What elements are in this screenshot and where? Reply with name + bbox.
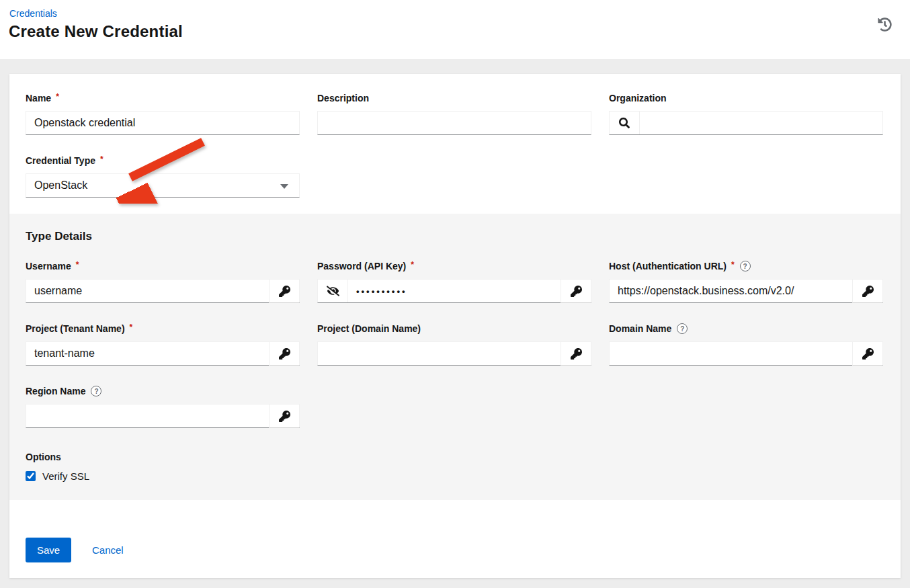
- eye-slash-icon: [327, 286, 339, 296]
- project-tenant-input[interactable]: [26, 342, 269, 365]
- help-icon[interactable]: ?: [91, 386, 101, 396]
- username-field: Username *: [26, 261, 300, 303]
- project-domain-secret-button[interactable]: [561, 342, 591, 366]
- required-asterisk: *: [411, 260, 414, 269]
- name-field: Name *: [26, 93, 300, 135]
- save-button[interactable]: Save: [26, 538, 71, 562]
- password-masked-value[interactable]: ••••••••••: [348, 280, 561, 302]
- options-label: Options: [26, 452, 61, 462]
- required-asterisk: *: [100, 155, 104, 164]
- project-tenant-secret-button[interactable]: [269, 342, 299, 366]
- credential-form-card: Name * Description Organization Credenti…: [9, 74, 901, 578]
- breadcrumb-credentials[interactable]: Credentials: [9, 8, 57, 19]
- password-visibility-button[interactable]: [318, 280, 348, 302]
- username-label: Username: [26, 261, 71, 271]
- host-secret-button[interactable]: [852, 280, 882, 303]
- name-label: Name: [26, 93, 51, 103]
- page-header: Credentials Create New Credential: [0, 0, 910, 59]
- key-icon: [862, 348, 874, 360]
- domain-name-secret-button[interactable]: [852, 342, 882, 366]
- region-name-label: Region Name: [26, 386, 85, 396]
- project-tenant-label: Project (Tenant Name): [26, 323, 125, 334]
- required-asterisk: *: [731, 260, 735, 269]
- key-icon: [279, 411, 290, 422]
- credential-type-label: Credential Type: [26, 155, 95, 166]
- history-icon: [878, 17, 892, 32]
- host-field: Host (Authentication URL) * ?: [609, 261, 883, 303]
- required-asterisk: *: [76, 260, 79, 269]
- password-label: Password (API Key): [317, 261, 406, 271]
- key-icon: [571, 348, 582, 360]
- username-secret-button[interactable]: [269, 280, 299, 303]
- organization-field: Organization: [609, 93, 883, 135]
- host-label: Host (Authentication URL): [609, 261, 727, 271]
- password-secret-button[interactable]: [561, 280, 591, 303]
- region-name-field: Region Name ?: [26, 386, 300, 428]
- key-icon: [862, 286, 874, 297]
- credential-type-value: OpenStack: [34, 179, 87, 192]
- name-input[interactable]: [26, 112, 299, 134]
- key-icon: [279, 348, 290, 360]
- project-domain-label: Project (Domain Name): [317, 323, 421, 334]
- verify-ssl-checkbox[interactable]: [26, 471, 36, 481]
- organization-search-button[interactable]: [610, 112, 640, 134]
- description-label: Description: [317, 93, 369, 103]
- organization-label: Organization: [609, 93, 667, 103]
- project-domain-input[interactable]: [318, 342, 561, 365]
- project-tenant-field: Project (Tenant Name) *: [26, 323, 300, 366]
- verify-ssl-option[interactable]: Verify SSL: [26, 470, 89, 482]
- host-input[interactable]: [610, 280, 852, 302]
- organization-input[interactable]: [640, 112, 882, 134]
- search-icon: [619, 118, 630, 128]
- key-icon: [571, 286, 582, 297]
- type-details-section: Type Details Username * Password (API Ke…: [9, 214, 901, 500]
- credential-type-field: Credential Type * OpenStack: [26, 155, 300, 198]
- domain-name-field: Domain Name ?: [609, 323, 883, 366]
- domain-name-input[interactable]: [610, 342, 852, 365]
- region-name-secret-button[interactable]: [269, 405, 299, 428]
- domain-name-label: Domain Name: [609, 323, 671, 334]
- description-input[interactable]: [318, 112, 591, 134]
- username-input[interactable]: [26, 280, 269, 302]
- credential-type-select[interactable]: OpenStack: [26, 173, 300, 198]
- help-icon[interactable]: ?: [677, 323, 688, 334]
- verify-ssl-label: Verify SSL: [42, 470, 89, 482]
- region-name-input[interactable]: [26, 405, 269, 427]
- project-domain-field: Project (Domain Name): [317, 323, 591, 366]
- help-icon[interactable]: ?: [740, 261, 751, 271]
- caret-down-icon: [280, 184, 288, 189]
- key-icon: [279, 286, 290, 297]
- page-title: Create New Credential: [9, 22, 183, 41]
- type-details-heading: Type Details: [26, 230, 92, 243]
- password-field: Password (API Key) * ••••••••••: [317, 261, 591, 303]
- required-asterisk: *: [130, 323, 133, 332]
- history-button[interactable]: [875, 15, 894, 34]
- required-asterisk: *: [56, 92, 59, 101]
- description-field: Description: [317, 93, 591, 135]
- cancel-button[interactable]: Cancel: [92, 538, 124, 562]
